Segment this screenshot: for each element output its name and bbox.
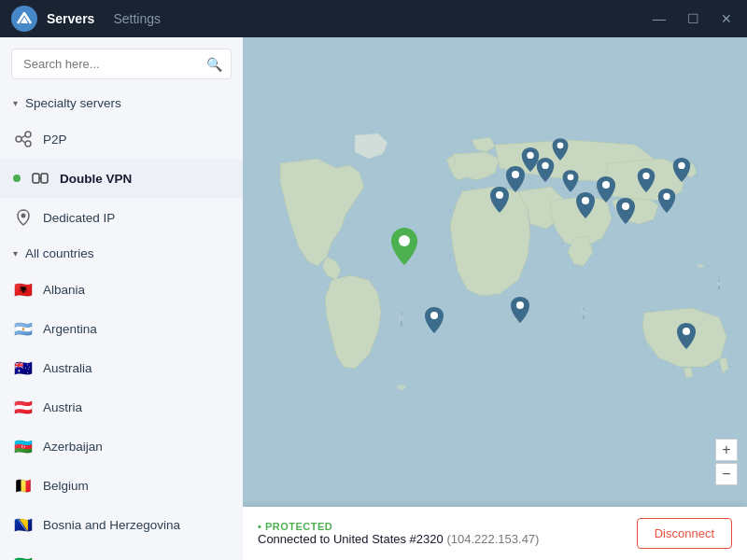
dedicated-ip-icon bbox=[13, 207, 34, 228]
albania-flag: 🇦🇱 bbox=[13, 279, 34, 300]
svg-rect-7 bbox=[41, 174, 48, 183]
argentina-flag: 🇦🇷 bbox=[13, 318, 34, 339]
brazil-flag: 🇧🇷 bbox=[13, 553, 34, 560]
search-container: 🔍 bbox=[11, 49, 232, 79]
svg-point-30 bbox=[678, 161, 684, 168]
p2p-label: P2P bbox=[43, 133, 67, 147]
connection-text: Connected to United States #2320 (104.22… bbox=[258, 532, 539, 546]
double-vpn-icon bbox=[30, 168, 50, 189]
brazil-label: Brazil bbox=[43, 557, 75, 561]
sidebar-item-belgium[interactable]: 🇧🇪 Belgium bbox=[0, 466, 243, 505]
window-controls: — ☐ ✕ bbox=[650, 11, 736, 26]
double-vpn-label: Double VPN bbox=[60, 172, 132, 186]
azerbaijan-flag: 🇦🇿 bbox=[13, 436, 34, 456]
svg-point-26 bbox=[602, 181, 610, 189]
titlebar: Servers Settings — ☐ ✕ bbox=[0, 0, 747, 37]
sidebar-item-azerbaijan[interactable]: 🇦🇿 Azerbaijan bbox=[0, 427, 243, 466]
maximize-button[interactable]: ☐ bbox=[684, 11, 702, 26]
nordvpn-logo bbox=[11, 6, 37, 32]
pin-europe-5 bbox=[550, 136, 571, 162]
active-dot bbox=[13, 175, 21, 182]
specialty-label: Specialty servers bbox=[25, 96, 121, 110]
disconnect-button[interactable]: Disconnect bbox=[637, 518, 732, 549]
svg-rect-6 bbox=[33, 174, 39, 183]
protected-label: PROTECTED bbox=[258, 521, 539, 532]
titlebar-nav: Servers Settings bbox=[47, 11, 650, 26]
svg-point-17 bbox=[399, 235, 410, 246]
sidebar-item-austria[interactable]: 🇦🇹 Austria bbox=[0, 387, 243, 427]
belgium-label: Belgium bbox=[43, 479, 89, 493]
zoom-in-button[interactable]: + bbox=[715, 439, 738, 461]
svg-point-22 bbox=[557, 143, 564, 149]
svg-point-27 bbox=[622, 203, 629, 210]
sidebar-group-specialty[interactable]: ▾ Specialty servers bbox=[0, 87, 243, 119]
bosnia-label: Bosnia and Herzegovina bbox=[43, 518, 180, 532]
belgium-flag: 🇧🇪 bbox=[13, 475, 34, 496]
chevron-icon-countries: ▾ bbox=[13, 248, 18, 259]
svg-point-1 bbox=[16, 136, 21, 142]
close-button[interactable]: ✕ bbox=[717, 11, 736, 26]
zoom-controls: + − bbox=[715, 439, 738, 485]
sidebar-item-argentina[interactable]: 🇦🇷 Argentina bbox=[0, 309, 243, 348]
main-layout: 🔍 ▾ Specialty servers bbox=[0, 37, 747, 560]
australia-label: Australia bbox=[43, 361, 92, 375]
settings-tab[interactable]: Settings bbox=[113, 11, 161, 26]
status-bar: PROTECTED Connected to United States #23… bbox=[243, 507, 747, 560]
sidebar-item-p2p[interactable]: P2P bbox=[0, 119, 243, 159]
svg-point-29 bbox=[663, 193, 669, 200]
svg-point-24 bbox=[430, 312, 438, 319]
sidebar-item-bosnia[interactable]: 🇧🇦 Bosnia and Herzegovina bbox=[0, 505, 243, 544]
svg-point-23 bbox=[568, 174, 574, 180]
p2p-icon bbox=[13, 129, 34, 149]
sidebar-group-all-countries[interactable]: ▾ All countries bbox=[0, 237, 243, 270]
minimize-button[interactable]: — bbox=[650, 11, 669, 26]
svg-point-2 bbox=[25, 132, 31, 137]
sidebar-list: ▾ Specialty servers P2P bbox=[0, 87, 243, 560]
svg-point-12 bbox=[397, 385, 406, 390]
sidebar: 🔍 ▾ Specialty servers bbox=[0, 37, 243, 560]
connection-server: Connected to United States #2320 bbox=[258, 532, 444, 546]
world-map bbox=[243, 37, 747, 560]
austria-label: Austria bbox=[43, 400, 82, 414]
australia-flag: 🇦🇺 bbox=[13, 357, 34, 378]
pin-asia-4 bbox=[655, 187, 678, 215]
svg-point-20 bbox=[527, 151, 533, 158]
pin-usa-connected bbox=[388, 226, 421, 267]
svg-point-28 bbox=[642, 173, 649, 179]
dedicated-ip-label: Dedicated IP bbox=[43, 211, 115, 225]
sidebar-item-australia[interactable]: 🇦🇺 Australia bbox=[0, 348, 243, 387]
pin-asia-2 bbox=[613, 196, 638, 226]
pin-asia-3 bbox=[635, 166, 657, 194]
svg-point-32 bbox=[683, 328, 690, 335]
chevron-icon: ▾ bbox=[13, 98, 18, 108]
servers-tab[interactable]: Servers bbox=[47, 11, 94, 26]
pin-south-america bbox=[422, 305, 446, 335]
search-icon: 🔍 bbox=[206, 57, 222, 72]
all-countries-label: All countries bbox=[25, 246, 94, 260]
pin-australia bbox=[674, 321, 698, 351]
connection-info: PROTECTED Connected to United States #23… bbox=[258, 521, 539, 546]
azerbaijan-label: Azerbaijan bbox=[43, 440, 103, 454]
sidebar-item-double-vpn[interactable]: Double VPN bbox=[0, 159, 243, 198]
svg-point-19 bbox=[512, 171, 519, 178]
pin-asia-5 bbox=[670, 156, 693, 184]
svg-point-31 bbox=[516, 301, 524, 309]
svg-point-8 bbox=[21, 214, 26, 218]
svg-line-5 bbox=[21, 140, 25, 143]
svg-point-13 bbox=[697, 264, 704, 268]
bosnia-flag: 🇧🇦 bbox=[13, 514, 34, 535]
search-input[interactable] bbox=[11, 49, 232, 79]
sidebar-item-brazil[interactable]: 🇧🇷 Brazil bbox=[0, 544, 243, 560]
pin-africa bbox=[508, 295, 532, 325]
albania-label: Albania bbox=[43, 283, 85, 297]
map-area: + − PROTECTED Connected to United States… bbox=[243, 37, 747, 560]
svg-point-25 bbox=[582, 197, 589, 204]
connection-ip: (104.222.153.47) bbox=[446, 532, 539, 546]
svg-line-4 bbox=[21, 135, 25, 138]
austria-flag: 🇦🇹 bbox=[13, 397, 34, 417]
svg-point-3 bbox=[25, 141, 31, 147]
argentina-label: Argentina bbox=[43, 322, 97, 336]
zoom-out-button[interactable]: − bbox=[715, 463, 738, 485]
sidebar-item-dedicated-ip[interactable]: Dedicated IP bbox=[0, 198, 243, 237]
sidebar-item-albania[interactable]: 🇦🇱 Albania bbox=[0, 270, 243, 309]
